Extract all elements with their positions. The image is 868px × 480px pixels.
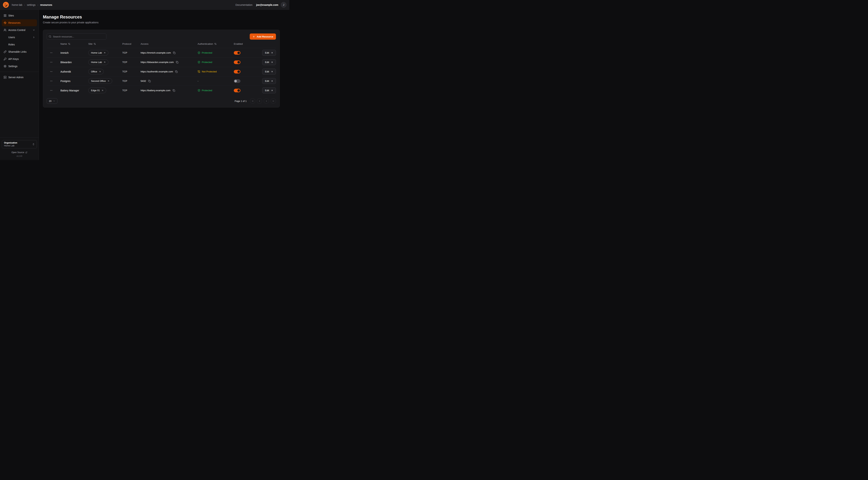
auth-status: - bbox=[197, 80, 234, 82]
sidebar-item-users[interactable]: Users bbox=[2, 34, 37, 41]
enabled-toggle[interactable] bbox=[234, 60, 241, 64]
arrow-up-right-icon bbox=[103, 52, 106, 54]
sidebar-item-roles[interactable]: Roles bbox=[2, 41, 37, 48]
user-email: joe@example.com bbox=[256, 3, 278, 6]
copy-icon bbox=[173, 89, 175, 92]
shield-check-icon bbox=[197, 89, 200, 92]
table-row: Postgres Second Office TCP 5432 bbox=[47, 76, 276, 86]
pagination-label: Page 1 of 1 bbox=[235, 100, 247, 102]
row-actions-button[interactable] bbox=[49, 60, 53, 64]
sidebar-item-shareable-links[interactable]: Shareable Links bbox=[2, 48, 37, 55]
edit-button[interactable]: Edit bbox=[262, 69, 276, 74]
copy-button[interactable] bbox=[148, 80, 151, 83]
access-value: 5432 bbox=[141, 80, 146, 82]
resources-card: Add Resource Name Site bbox=[43, 30, 280, 108]
auth-status: Protected bbox=[197, 51, 234, 54]
sidebar-item-label: Users bbox=[8, 36, 15, 39]
table-row: Authentik Office TCP https://authentik.e… bbox=[47, 67, 276, 76]
documentation-link[interactable]: Documentation bbox=[236, 3, 252, 6]
site-link[interactable]: Home Lab bbox=[88, 50, 108, 56]
sidebar-item-server-admin[interactable]: Server Admin bbox=[2, 74, 37, 81]
edit-button[interactable]: Edit bbox=[262, 87, 276, 93]
sort-icon bbox=[68, 43, 70, 45]
column-header-site[interactable]: Site bbox=[88, 42, 122, 45]
edit-button[interactable]: Edit bbox=[262, 59, 276, 65]
avatar: J bbox=[281, 2, 286, 8]
column-header-authentication[interactable]: Authentication bbox=[197, 42, 234, 45]
sidebar-item-resources[interactable]: Resources bbox=[2, 19, 37, 26]
auth-label: - bbox=[197, 80, 198, 82]
table-header: Name Site Protocol Access bbox=[47, 40, 276, 48]
enabled-toggle[interactable] bbox=[234, 70, 241, 73]
organization-selector[interactable]: Organization Home Lab bbox=[2, 140, 37, 148]
enabled-toggle[interactable] bbox=[234, 79, 241, 83]
breadcrumb-home-lab[interactable]: home-lab bbox=[12, 3, 22, 6]
search-icon bbox=[49, 35, 52, 38]
arrow-right-icon bbox=[271, 52, 273, 54]
sidebar-item-api-keys[interactable]: API Keys bbox=[2, 56, 37, 62]
site-name: Office bbox=[91, 70, 97, 73]
copy-icon bbox=[173, 52, 176, 54]
row-actions-button[interactable] bbox=[49, 69, 53, 74]
edit-button[interactable]: Edit bbox=[262, 50, 276, 56]
arrow-right-icon bbox=[271, 70, 273, 73]
last-page-button[interactable] bbox=[271, 98, 276, 104]
resource-name: Battery Manager bbox=[60, 89, 88, 92]
protocol-value: TCP bbox=[122, 80, 141, 82]
breadcrumb-settings[interactable]: settings bbox=[27, 3, 35, 6]
sidebar-item-label: Sites bbox=[8, 14, 14, 17]
page-title: Manage Resources bbox=[43, 14, 280, 20]
search-input[interactable] bbox=[47, 33, 106, 40]
sidebar-item-label: Access Control bbox=[8, 29, 25, 31]
copy-button[interactable] bbox=[173, 51, 176, 55]
resource-name: Postgres bbox=[60, 80, 88, 83]
enabled-toggle[interactable] bbox=[234, 89, 241, 92]
site-link[interactable]: Edge 01 bbox=[88, 88, 106, 93]
access-control-icon bbox=[4, 29, 6, 31]
sort-icon bbox=[94, 43, 96, 45]
arrow-right-icon bbox=[271, 80, 273, 82]
site-link[interactable]: Second Office bbox=[88, 78, 112, 84]
add-resource-button[interactable]: Add Resource bbox=[250, 33, 276, 40]
edit-button-label: Edit bbox=[265, 80, 269, 82]
main-content: Manage Resources Create secure proxies t… bbox=[39, 10, 289, 160]
shield-check-icon bbox=[197, 51, 200, 54]
previous-page-button[interactable] bbox=[257, 98, 262, 104]
chevron-down-icon bbox=[33, 29, 35, 31]
user-menu[interactable]: joe@example.com J bbox=[256, 2, 286, 8]
row-actions-button[interactable] bbox=[49, 79, 53, 83]
chevrons-right-icon bbox=[272, 100, 275, 102]
column-header-enabled: Enabled bbox=[234, 42, 259, 45]
row-actions-button[interactable] bbox=[49, 51, 53, 55]
copy-button[interactable] bbox=[172, 89, 176, 92]
sidebar-item-sites[interactable]: Sites bbox=[2, 12, 37, 19]
ellipsis-icon bbox=[50, 80, 53, 82]
open-source-link[interactable]: Open Source bbox=[2, 151, 37, 154]
auth-status: Not Protected bbox=[197, 70, 234, 73]
sidebar-item-label: Server Admin bbox=[8, 76, 24, 79]
page-subtitle: Create secure proxies to your private ap… bbox=[43, 21, 280, 24]
edit-button[interactable]: Edit bbox=[262, 78, 276, 84]
plus-icon bbox=[252, 35, 255, 38]
sidebar-item-access-control[interactable]: Access Control bbox=[2, 27, 37, 33]
page-size-select[interactable]: 20 bbox=[47, 98, 57, 104]
sidebar-item-settings[interactable]: Settings bbox=[2, 63, 37, 70]
sidebar-item-label: API Keys bbox=[8, 58, 19, 60]
chevron-left-icon bbox=[258, 100, 261, 102]
column-header-name[interactable]: Name bbox=[60, 42, 88, 45]
enabled-toggle[interactable] bbox=[234, 51, 241, 55]
copy-button[interactable] bbox=[175, 70, 178, 73]
arrow-up-right-icon bbox=[107, 80, 110, 82]
arrow-right-icon bbox=[271, 61, 273, 63]
copy-button[interactable] bbox=[176, 61, 179, 64]
copy-icon bbox=[175, 70, 178, 73]
page-size-value: 20 bbox=[49, 100, 52, 102]
site-name: Home Lab bbox=[91, 51, 102, 54]
next-page-button[interactable] bbox=[264, 98, 269, 104]
sidebar-item-label: Settings bbox=[8, 65, 18, 68]
site-link[interactable]: Office bbox=[88, 69, 104, 74]
site-link[interactable]: Home Lab bbox=[88, 59, 108, 65]
first-page-button[interactable] bbox=[250, 98, 255, 104]
row-actions-button[interactable] bbox=[49, 88, 53, 92]
access-value: https://bitwarden.example.com bbox=[141, 61, 174, 63]
